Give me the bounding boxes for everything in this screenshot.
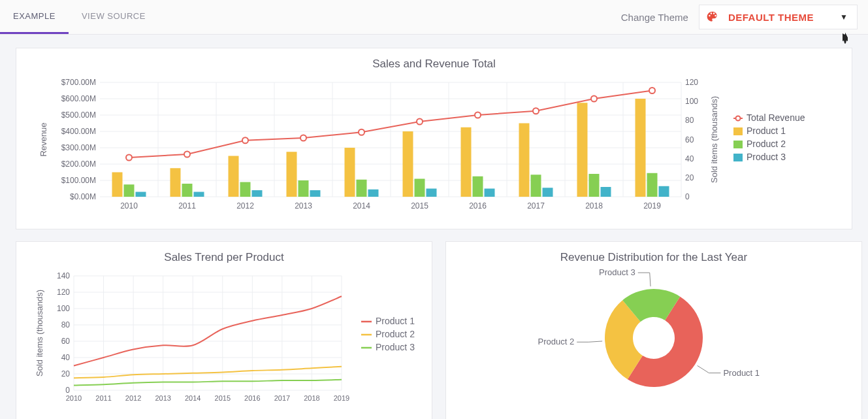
svg-text:2013: 2013: [155, 394, 170, 402]
svg-text:0: 0: [65, 386, 70, 395]
svg-rect-62: [543, 188, 553, 197]
svg-rect-37: [252, 190, 263, 197]
svg-point-75: [242, 137, 248, 143]
svg-text:$0.00M: $0.00M: [70, 192, 96, 201]
svg-rect-52: [426, 189, 437, 197]
svg-rect-90: [733, 141, 743, 148]
content: Sales and Revenue Total $0.00M$100.00M$2…: [0, 35, 868, 419]
svg-point-76: [300, 135, 306, 141]
svg-rect-41: [298, 180, 309, 197]
panel-revenue-dist: Revenue Distribution for the Last Year P…: [445, 241, 862, 419]
svg-text:2013: 2013: [295, 201, 312, 210]
svg-rect-31: [182, 184, 193, 197]
chart-title-main: Sales and Revenue Total: [28, 58, 840, 71]
svg-rect-66: [589, 174, 600, 197]
svg-text:$200.00M: $200.00M: [61, 159, 96, 169]
svg-text:2018: 2018: [304, 394, 319, 402]
change-theme-label: Change Theme: [621, 12, 688, 23]
caret-down-icon: ▼: [840, 12, 848, 22]
svg-point-74: [184, 152, 190, 158]
svg-text:2015: 2015: [215, 394, 231, 402]
svg-rect-57: [485, 189, 495, 197]
svg-text:Revenue: Revenue: [39, 122, 48, 156]
svg-rect-35: [229, 156, 239, 197]
svg-point-78: [417, 119, 423, 125]
svg-text:80: 80: [61, 320, 71, 329]
svg-text:2010: 2010: [66, 394, 82, 402]
svg-rect-56: [473, 176, 483, 197]
chart-trend: 0204060801001201402010201120122013201420…: [28, 269, 420, 410]
top-toolbar: EXAMPLE VIEW SOURCE Change Theme DEFAULT…: [0, 0, 868, 35]
svg-text:2012: 2012: [236, 201, 254, 210]
svg-text:2015: 2015: [411, 201, 428, 210]
theme-selector[interactable]: DEFAULT THEME ▼: [699, 5, 858, 29]
svg-point-81: [591, 96, 597, 102]
svg-rect-40: [287, 152, 297, 197]
svg-rect-27: [136, 192, 146, 197]
svg-point-73: [126, 155, 132, 161]
svg-rect-51: [415, 179, 425, 197]
tab-strip: EXAMPLE VIEW SOURCE: [0, 0, 159, 34]
palette-icon: [706, 10, 719, 24]
svg-point-82: [649, 88, 655, 93]
panel-sales-revenue: Sales and Revenue Total $0.00M$100.00M$2…: [16, 48, 852, 229]
tab-view-source[interactable]: VIEW SOURCE: [69, 0, 159, 34]
svg-point-77: [359, 129, 364, 135]
svg-text:100: 100: [685, 97, 698, 106]
svg-text:60: 60: [685, 135, 694, 144]
svg-rect-30: [170, 168, 181, 197]
svg-rect-26: [124, 184, 135, 197]
svg-text:20: 20: [61, 369, 71, 378]
svg-rect-60: [519, 124, 530, 197]
svg-text:$700.00M: $700.00M: [61, 78, 96, 87]
svg-text:120: 120: [685, 78, 698, 87]
svg-rect-72: [659, 186, 669, 197]
svg-text:60: 60: [61, 337, 71, 346]
svg-text:2014: 2014: [353, 201, 370, 210]
svg-rect-46: [357, 180, 367, 197]
svg-rect-47: [368, 190, 379, 197]
svg-text:40: 40: [61, 353, 71, 362]
svg-text:2016: 2016: [244, 394, 260, 402]
svg-rect-92: [733, 154, 743, 161]
svg-rect-55: [461, 127, 472, 197]
svg-text:$400.00M: $400.00M: [61, 127, 96, 136]
svg-text:2018: 2018: [585, 201, 603, 210]
svg-text:2017: 2017: [274, 394, 290, 402]
svg-rect-42: [310, 190, 321, 197]
svg-rect-50: [403, 131, 413, 197]
svg-text:0: 0: [685, 192, 690, 201]
svg-text:Product 2: Product 2: [747, 139, 786, 149]
theme-area: Change Theme DEFAULT THEME ▼: [621, 5, 858, 29]
svg-text:$600.00M: $600.00M: [61, 94, 96, 103]
svg-rect-71: [647, 173, 658, 197]
svg-point-79: [475, 112, 481, 118]
panel-sales-trend: Sales Trend per Product 0204060801001201…: [16, 241, 432, 419]
theme-name: DEFAULT THEME: [728, 12, 814, 23]
svg-text:$300.00M: $300.00M: [61, 143, 96, 152]
svg-text:Product 3: Product 3: [747, 152, 786, 162]
svg-text:40: 40: [685, 154, 694, 163]
svg-rect-61: [531, 175, 541, 197]
svg-rect-32: [194, 192, 204, 197]
svg-text:Product 3: Product 3: [599, 267, 635, 277]
svg-text:2017: 2017: [527, 201, 545, 210]
svg-text:2014: 2014: [185, 394, 201, 402]
svg-text:Product 1: Product 1: [723, 368, 760, 378]
svg-text:20: 20: [685, 173, 694, 182]
tab-example[interactable]: EXAMPLE: [0, 0, 69, 34]
svg-rect-36: [240, 182, 251, 197]
svg-text:2011: 2011: [95, 394, 111, 402]
svg-text:Sold items (thousands): Sold items (thousands): [709, 96, 719, 183]
svg-text:2019: 2019: [334, 394, 349, 402]
svg-rect-67: [601, 187, 611, 197]
svg-text:Sold items (thousands): Sold items (thousands): [35, 290, 44, 377]
svg-text:2012: 2012: [125, 394, 141, 402]
chart-title-donut: Revenue Distribution for the Last Year: [458, 251, 850, 264]
chart-title-trend: Sales Trend per Product: [28, 251, 420, 264]
svg-text:2010: 2010: [120, 201, 138, 210]
svg-text:Product 1: Product 1: [747, 126, 786, 136]
svg-rect-70: [635, 99, 646, 197]
svg-text:2011: 2011: [178, 201, 196, 210]
svg-text:Product 3: Product 3: [376, 342, 415, 352]
